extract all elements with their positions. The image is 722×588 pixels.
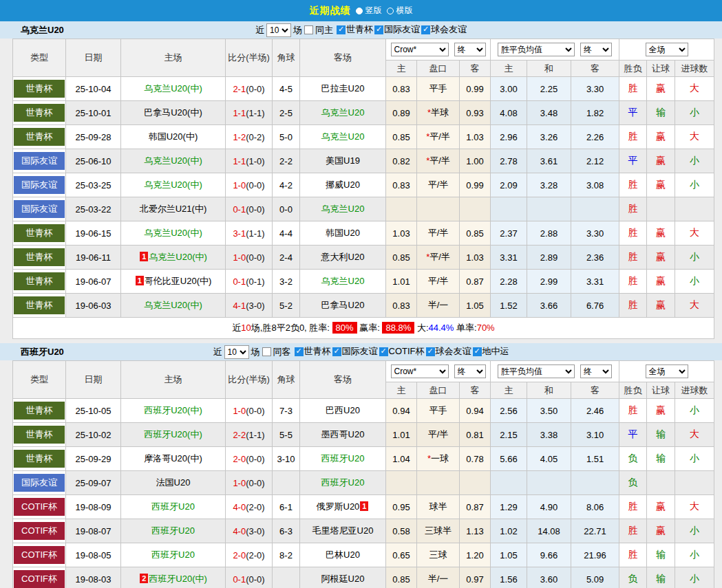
scope-select[interactable]: 全场 — [646, 43, 688, 56]
avg-select[interactable]: 胜平负均值 — [498, 43, 575, 56]
cell-avg-home: 1.29 — [491, 495, 527, 519]
radio-selected-icon[interactable] — [356, 8, 363, 14]
cell-avg-away: 2.12 — [571, 149, 619, 173]
cell-result-handicap: 输 — [647, 447, 675, 471]
cell-away-team: 巴林U20 — [300, 543, 386, 567]
cell-away-odds: 0.81 — [460, 423, 491, 447]
cell-avg-draw: 3.38 — [527, 423, 571, 447]
cell-result-handicap: 赢 — [647, 149, 675, 173]
league-checkbox[interactable] — [295, 347, 304, 356]
league-label: 国际友谊 — [384, 23, 420, 36]
league-label: 国际友谊 — [342, 345, 378, 358]
cell-corners: 5-2 — [273, 294, 300, 318]
cell-league: COTIF杯 — [13, 495, 66, 519]
cell-handicap: *一球 — [417, 447, 460, 471]
summary-row: 近10场,胜8平2负0, 胜率: 80% 赢率: 88.8% 大:44.4% 单… — [13, 318, 714, 339]
cell-result-wdl: 胜 — [619, 543, 647, 567]
cell-corners: 7-3 — [273, 399, 300, 423]
cell-home-odds: 0.94 — [386, 399, 417, 423]
col-header-away: 客场 — [300, 39, 386, 77]
cell-avg-home: 2.96 — [491, 125, 527, 149]
cell-away-team: 俄罗斯U201 — [300, 495, 386, 519]
cell-corners: 2-5 — [273, 101, 300, 125]
cell-result-handicap: 赢 — [647, 173, 675, 197]
cell-home-team: 2西班牙U20(中) — [121, 567, 226, 588]
same-venue-checkbox[interactable] — [304, 25, 313, 34]
same-venue-label: 同客 — [273, 346, 291, 358]
league-checkbox[interactable] — [337, 25, 346, 34]
cell-home-team: 韩国U20(中) — [121, 125, 226, 149]
radio-horizontal-layout[interactable]: 横版 — [387, 5, 413, 17]
league-filter-item: 球会友谊 — [426, 345, 471, 358]
sub-header-avg-home: 主 — [491, 382, 527, 399]
cell-avg-draw: 3.26 — [527, 125, 571, 149]
cell-result-handicap — [647, 471, 675, 495]
cell-home-team: 1乌克兰U20(中) — [121, 246, 226, 270]
cell-result-goals: 大 — [675, 423, 714, 447]
scope-select[interactable]: 全场 — [646, 364, 688, 378]
cell-result-wdl: 胜 — [619, 294, 647, 318]
matches-table-spain: 类型 日期 主场 比分(半场) 角球 客场 Crow* 终 胜平负均值 终 全场… — [12, 360, 714, 588]
summary-segment: 44.4% — [429, 323, 454, 333]
cell-league: COTIF杯 — [13, 543, 66, 567]
match-row: 国际友谊25-03-22北爱尔兰U21(中)0-1(0-0)0-0乌克兰U20胜 — [13, 197, 714, 221]
cell-result-wdl: 胜 — [619, 77, 647, 101]
cell-handicap: 平/半 — [417, 221, 460, 246]
odds-final-select[interactable]: 终 — [454, 43, 486, 56]
odds-company-select[interactable]: Crow* — [391, 364, 449, 378]
cell-avg-home — [491, 471, 527, 495]
odds-final-select[interactable]: 终 — [454, 364, 486, 378]
filter-matches-label: 场 — [293, 24, 302, 36]
league-badge: 国际友谊 — [14, 474, 65, 492]
league-checkbox[interactable] — [332, 347, 341, 356]
match-count-select[interactable]: 10 — [266, 23, 291, 37]
radio-vertical-layout[interactable]: 竖版 — [356, 5, 382, 17]
cell-avg-home: 2.28 — [491, 270, 527, 294]
league-checkbox[interactable] — [426, 347, 435, 356]
radio-unselected-icon[interactable] — [387, 8, 394, 14]
same-venue-checkbox[interactable] — [262, 347, 271, 356]
league-filter-item: 球会友谊 — [421, 23, 467, 36]
cell-away-odds: 1.13 — [460, 519, 491, 543]
cell-avg-away: 2.36 — [571, 246, 619, 270]
league-checkbox[interactable] — [379, 347, 388, 356]
league-checkbox[interactable] — [473, 347, 482, 356]
cell-avg-home: 1.52 — [491, 294, 527, 318]
cell-avg-home: 2.56 — [491, 399, 527, 423]
cell-result-wdl: 胜 — [619, 197, 647, 221]
cell-home-odds: 0.85 — [386, 567, 417, 588]
cell-league: 世青杯 — [13, 270, 66, 294]
cell-avg-away: 8.06 — [571, 495, 619, 519]
cell-result-wdl: 负 — [619, 447, 647, 471]
avg-final-select[interactable]: 终 — [580, 364, 612, 378]
league-checkbox[interactable] — [421, 25, 430, 34]
cell-avg-away: 2.46 — [571, 399, 619, 423]
cell-handicap — [417, 197, 460, 221]
league-checkbox[interactable] — [374, 25, 383, 34]
avg-select[interactable]: 胜平负均值 — [498, 364, 575, 378]
cell-date: 19-08-05 — [66, 543, 121, 567]
cell-corners: 0-0 — [273, 197, 300, 221]
avg-final-select[interactable]: 终 — [580, 43, 612, 56]
league-badge: 世青杯 — [14, 272, 65, 290]
league-badge: 世青杯 — [14, 104, 65, 122]
cell-home-team: 北爱尔兰U21(中) — [121, 197, 226, 221]
match-count-select[interactable]: 10 — [224, 345, 249, 359]
cell-away-team: 西班牙U20 — [300, 471, 386, 495]
cell-avg-home: 4.08 — [491, 101, 527, 125]
col-header-corners: 角球 — [273, 361, 300, 399]
league-badge: 世青杯 — [14, 224, 65, 242]
cell-date: 19-06-15 — [66, 221, 121, 246]
red-card-badge: 1 — [136, 276, 144, 285]
filter-near-label: 近 — [255, 24, 264, 36]
cell-avg-away: 3.10 — [571, 423, 619, 447]
league-badge: COTIF杯 — [14, 498, 65, 516]
cell-home-team: 乌克兰U20(中) — [121, 77, 226, 101]
cell-corners: 2-4 — [273, 246, 300, 270]
cell-score: 2-0(0-0) — [226, 447, 273, 471]
cell-handicap: 平/半 — [417, 270, 460, 294]
cell-result-wdl: 胜 — [619, 173, 647, 197]
cell-avg-away: 22.71 — [571, 519, 619, 543]
cell-away-team: 阿根廷U20 — [300, 567, 386, 588]
odds-company-select[interactable]: Crow* — [391, 43, 449, 56]
